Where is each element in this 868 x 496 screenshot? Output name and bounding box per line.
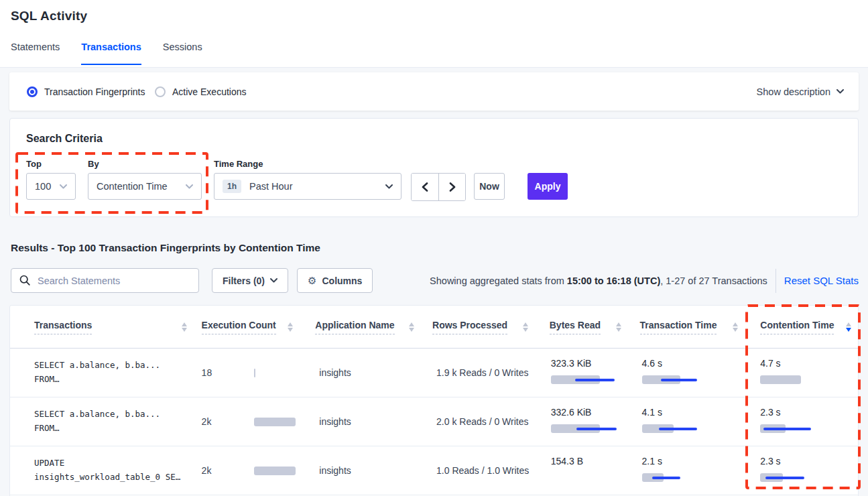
tab-transactions[interactable]: Transactions	[81, 42, 141, 65]
tab-statements[interactable]: Statements	[11, 42, 60, 65]
bytes-read-cell: 323.3 KiB	[550, 349, 640, 397]
filters-button[interactable]: Filters (0)	[212, 268, 288, 293]
transaction-fingerprint-link[interactable]: UPDATE insights_workload_table_0 SE…	[34, 446, 202, 495]
sort-icon[interactable]	[616, 322, 621, 332]
chevron-down-icon	[60, 184, 67, 189]
top-field-label: Top	[26, 159, 42, 169]
view-toggle-bar: Transaction Fingerprints Active Executio…	[9, 72, 859, 111]
transaction-time-bar	[642, 424, 761, 433]
table-row: SELECT a.balance, b.ba... FROM… 2k insig…	[10, 397, 858, 446]
bytes-read-bar	[551, 424, 640, 433]
sort-icon[interactable]	[409, 322, 414, 332]
gear-icon: ⚙	[308, 275, 316, 287]
previous-range-button[interactable]	[412, 174, 438, 200]
column-header-execution-count[interactable]: Execution Count	[202, 320, 316, 334]
execution-count-bar	[254, 467, 296, 475]
transaction-fingerprint-link[interactable]: SELECT a.balance, b.ba... FROM…	[34, 397, 202, 446]
columns-label: Columns	[322, 275, 362, 286]
toolbar-divider	[776, 269, 776, 293]
radio-transaction-fingerprints[interactable]: Transaction Fingerprints	[27, 72, 145, 111]
results-heading: Results - Top 100 Transaction Fingerprin…	[11, 242, 320, 254]
execution-count-bar	[254, 418, 296, 426]
table-header-row: Transactions Execution Count Application…	[10, 306, 858, 349]
search-statements-wrap	[11, 268, 199, 293]
apply-button[interactable]: Apply	[528, 173, 568, 200]
column-header-rows-processed[interactable]: Rows Processed	[432, 320, 550, 334]
sql-activity-page: SQL Activity Statements Transactions Ses…	[0, 0, 868, 496]
contention-time-bar	[760, 424, 858, 433]
search-icon	[19, 275, 30, 286]
search-criteria-heading: Search Criteria	[26, 133, 103, 145]
rows-processed-cell: 2.0 k Reads / 0 Writes	[432, 397, 550, 446]
top-select[interactable]: 100	[26, 173, 76, 200]
time-range-label: Time Range	[214, 159, 263, 169]
bytes-read-bar	[551, 473, 640, 482]
column-header-transactions[interactable]: Transactions	[34, 320, 202, 334]
sort-icon[interactable]	[288, 322, 293, 332]
radio-selected-icon[interactable]	[27, 86, 38, 97]
execution-count-bar	[254, 369, 255, 377]
search-criteria-card: Search Criteria Top 100 By Contention Ti…	[9, 118, 859, 217]
chevron-right-icon	[449, 182, 456, 192]
reset-sql-stats-link[interactable]: Reset SQL Stats	[784, 275, 859, 286]
next-range-button[interactable]	[438, 174, 465, 200]
by-select-value: Contention Time	[97, 181, 186, 192]
transaction-time-bar	[642, 375, 761, 384]
bytes-read-cell: 154.3 B	[550, 446, 640, 495]
chevron-down-icon	[270, 278, 277, 283]
execution-count-cell: 2k	[202, 397, 316, 446]
stats-time-range: 15:00 to 16:18 (UTC)	[567, 275, 660, 286]
show-description-toggle[interactable]: Show description	[757, 72, 844, 111]
radio-label: Active Executions	[172, 86, 247, 97]
now-button[interactable]: Now	[474, 173, 505, 200]
chevron-down-icon	[385, 184, 393, 189]
contention-time-cell: 2.3 s	[760, 446, 858, 495]
filters-label: Filters (0)	[223, 275, 265, 286]
columns-button[interactable]: ⚙ Columns	[297, 268, 373, 293]
tab-sessions[interactable]: Sessions	[163, 42, 202, 65]
column-header-bytes-read[interactable]: Bytes Read	[550, 320, 640, 334]
time-range-badge: 1h	[223, 180, 241, 193]
table-row: SELECT a.balance, b.ba... FROM… 18 insig…	[10, 349, 858, 397]
radio-unselected-icon[interactable]	[155, 86, 166, 97]
sort-icon-active-desc[interactable]	[846, 322, 851, 332]
bytes-read-bar	[551, 375, 640, 384]
rows-processed-cell: 1.9 k Reads / 0 Writes	[432, 349, 550, 397]
column-header-contention-time[interactable]: Contention Time	[760, 320, 858, 334]
application-name-cell: insights	[315, 397, 432, 446]
transaction-time-bar	[642, 473, 761, 482]
results-toolbar: Filters (0) ⚙ Columns Showing aggregated…	[11, 268, 859, 293]
transactions-table: Transactions Execution Count Application…	[9, 305, 859, 496]
transaction-time-cell: 4.1 s	[640, 397, 761, 446]
transaction-time-cell: 2.1 s	[640, 446, 761, 495]
column-header-transaction-time[interactable]: Transaction Time	[640, 320, 761, 334]
application-name-cell: insights	[315, 349, 432, 397]
rows-processed-cell: 1.0 Reads / 1.0 Writes	[432, 446, 550, 495]
transaction-time-cell: 4.6 s	[640, 349, 761, 397]
column-header-application-name[interactable]: Application Name	[315, 320, 432, 334]
time-range-select[interactable]: 1h Past Hour	[214, 173, 401, 200]
show-description-label: Show description	[757, 86, 830, 97]
contention-time-cell: 2.3 s	[760, 397, 858, 446]
radio-active-executions[interactable]: Active Executions	[155, 72, 247, 111]
top-select-value: 100	[35, 181, 60, 192]
aggregated-stats-text: Showing aggregated stats from 15:00 to 1…	[430, 275, 767, 286]
search-statements-input[interactable]	[11, 268, 199, 293]
sort-icon[interactable]	[733, 322, 738, 332]
execution-count-cell: 2k	[202, 446, 316, 495]
time-range-value: Past Hour	[249, 181, 385, 192]
execution-count-cell: 18	[202, 349, 316, 397]
header-divider	[0, 67, 868, 68]
sort-icon[interactable]	[182, 322, 187, 332]
bytes-read-cell: 332.6 KiB	[550, 397, 640, 446]
transaction-fingerprint-link[interactable]: SELECT a.balance, b.ba... FROM…	[34, 349, 202, 397]
table-row: UPDATE insights_workload_table_0 SE… 2k …	[10, 446, 858, 495]
tab-bar: Statements Transactions Sessions	[11, 42, 202, 65]
application-name-cell: insights	[315, 446, 432, 495]
chevron-down-icon	[186, 184, 193, 189]
sort-icon[interactable]	[523, 322, 528, 332]
by-field-label: By	[88, 159, 99, 169]
by-select[interactable]: Contention Time	[88, 173, 202, 200]
time-range-pager	[411, 173, 466, 201]
contention-time-cell: 4.7 s	[760, 349, 858, 397]
